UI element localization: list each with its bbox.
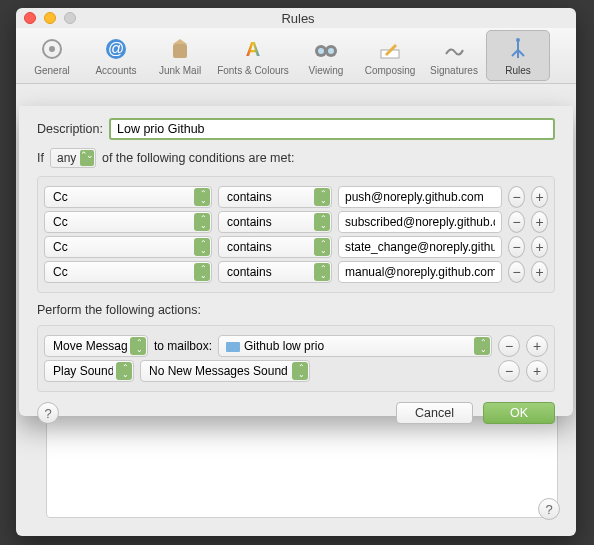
condition-value-input[interactable] (338, 211, 502, 233)
svg-text:@: @ (108, 40, 124, 57)
tab-fonts[interactable]: A Fonts & Colours (212, 30, 294, 81)
help-button-main[interactable]: ? (538, 498, 560, 520)
condition-field-select[interactable]: Cc (44, 186, 212, 208)
add-condition-button[interactable]: + (531, 211, 548, 233)
binoculars-icon (295, 33, 357, 65)
at-icon: @ (85, 33, 147, 65)
conditions-suffix: of the following conditions are met: (102, 151, 294, 165)
svg-point-11 (516, 38, 520, 42)
svg-point-8 (318, 48, 324, 54)
remove-condition-button[interactable]: − (508, 211, 525, 233)
condition-row: Cc⌃⌄ contains⌃⌄ − + (44, 211, 548, 233)
condition-value-input[interactable] (338, 186, 502, 208)
add-condition-button[interactable]: + (531, 261, 548, 283)
if-label: If (37, 151, 44, 165)
tab-viewing[interactable]: Viewing (294, 30, 358, 81)
add-condition-button[interactable]: + (531, 186, 548, 208)
svg-rect-4 (173, 44, 187, 58)
edit-rule-sheet: Description: If any of the following con… (19, 106, 573, 416)
add-action-button[interactable]: + (526, 335, 548, 357)
svg-point-9 (328, 48, 334, 54)
condition-op-select[interactable]: contains (218, 186, 332, 208)
svg-point-1 (49, 46, 55, 52)
tab-composing[interactable]: Composing (358, 30, 422, 81)
ok-button[interactable]: OK (483, 402, 555, 424)
preferences-window: Rules General @ Accounts Junk Mail A Fon… (16, 8, 576, 536)
tab-rules[interactable]: Rules (486, 30, 550, 81)
remove-condition-button[interactable]: − (508, 186, 525, 208)
remove-action-button[interactable]: − (498, 360, 520, 382)
description-input[interactable] (109, 118, 555, 140)
svg-text:A: A (246, 38, 260, 60)
cancel-button[interactable]: Cancel (396, 402, 473, 424)
mailbox-select[interactable] (218, 335, 492, 357)
to-mailbox-label: to mailbox: (154, 339, 212, 353)
tab-junk[interactable]: Junk Mail (148, 30, 212, 81)
action-type-select[interactable]: Move Message (44, 335, 148, 357)
remove-condition-button[interactable]: − (508, 236, 525, 258)
tab-accounts[interactable]: @ Accounts (84, 30, 148, 81)
signature-icon (423, 33, 485, 65)
rules-list-box (46, 408, 558, 518)
condition-op-select[interactable]: contains (218, 236, 332, 258)
condition-row: Cc⌃⌄ contains⌃⌄ − + (44, 186, 548, 208)
tab-general[interactable]: General (20, 30, 84, 81)
condition-op-select[interactable]: contains (218, 211, 332, 233)
condition-row: Cc⌃⌄ contains⌃⌄ − + (44, 236, 548, 258)
rules-icon (487, 33, 549, 65)
actions-label: Perform the following actions: (37, 303, 201, 317)
sound-select[interactable]: No New Messages Sound (140, 360, 310, 382)
condition-value-input[interactable] (338, 261, 502, 283)
window-title: Rules (28, 11, 568, 26)
fonts-icon: A (213, 33, 293, 65)
action-row: Play Sound⌃⌄ No New Messages Sound⌃⌄ − + (44, 360, 548, 382)
action-row: Move Message⌃⌄ to mailbox: Github low pr… (44, 335, 548, 357)
condition-scope-select[interactable]: any (50, 148, 96, 168)
description-label: Description: (37, 122, 103, 136)
remove-condition-button[interactable]: − (508, 261, 525, 283)
gear-icon (21, 33, 83, 65)
condition-row: Cc⌃⌄ contains⌃⌄ − + (44, 261, 548, 283)
condition-field-select[interactable]: Cc (44, 211, 212, 233)
condition-field-select[interactable]: Cc (44, 261, 212, 283)
titlebar: Rules (16, 8, 576, 28)
preferences-toolbar: General @ Accounts Junk Mail A Fonts & C… (16, 28, 576, 84)
action-type-select[interactable]: Play Sound (44, 360, 134, 382)
condition-value-input[interactable] (338, 236, 502, 258)
junk-icon (149, 33, 211, 65)
conditions-box: Cc⌃⌄ contains⌃⌄ − + Cc⌃⌄ contains⌃⌄ − + … (37, 176, 555, 293)
pencil-icon (359, 33, 421, 65)
add-action-button[interactable]: + (526, 360, 548, 382)
condition-field-select[interactable]: Cc (44, 236, 212, 258)
add-condition-button[interactable]: + (531, 236, 548, 258)
help-button-sheet[interactable]: ? (37, 402, 59, 424)
tab-signatures[interactable]: Signatures (422, 30, 486, 81)
actions-box: Move Message⌃⌄ to mailbox: Github low pr… (37, 325, 555, 392)
remove-action-button[interactable]: − (498, 335, 520, 357)
condition-op-select[interactable]: contains (218, 261, 332, 283)
